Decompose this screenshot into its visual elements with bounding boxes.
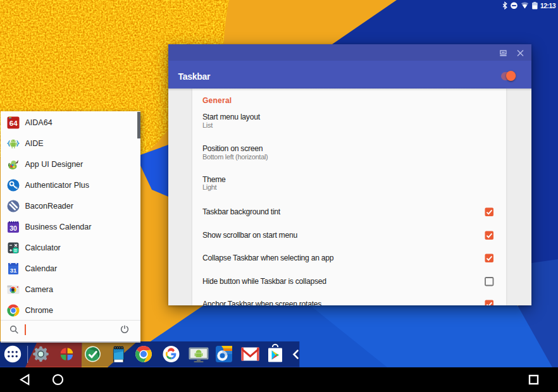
svg-text:31: 31 <box>9 266 16 273</box>
svg-text:12:13: 12:13 <box>540 2 556 9</box>
svg-text:30: 30 <box>9 224 17 231</box>
svg-text:+: + <box>15 186 18 190</box>
svg-text:64: 64 <box>9 119 17 127</box>
